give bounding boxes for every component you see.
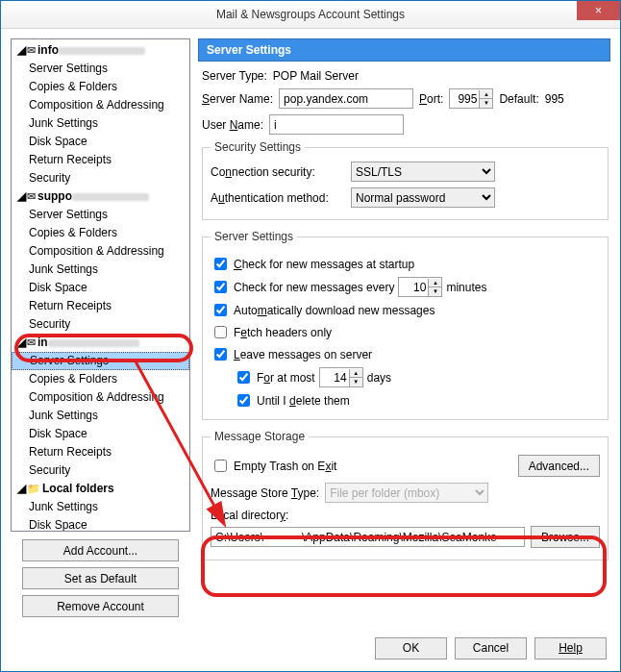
tree-item[interactable]: Security [12,461,189,480]
tree-item[interactable]: Junk Settings [12,407,189,425]
tree-account[interactable]: ◢in [12,334,189,352]
minutes-label: minutes [446,281,486,294]
spin-down-icon[interactable]: ▼ [428,287,441,296]
redacted [59,47,145,55]
tree-item[interactable]: Copies & Folders [12,78,189,96]
tree-item[interactable]: Composition & Addressing [12,388,189,407]
tree-local-folders[interactable]: ◢Local folders [12,480,189,498]
server-settings-group: Server Settings Check for new messages a… [202,230,609,420]
set-default-button[interactable]: Set as Default [22,567,179,589]
fetch-headers-checkbox[interactable] [214,326,227,338]
check-interval-spinner[interactable]: ▲▼ [398,277,442,297]
tree-item[interactable]: Return Receipts [12,297,189,315]
connection-security-label: Connection security: [211,165,345,179]
tree-item[interactable]: Security [12,315,189,334]
tree-item[interactable]: Composition & Addressing [12,242,189,261]
for-at-most-label: For at most [257,371,315,385]
security-legend: Security Settings [211,140,305,154]
main-panel: Server Settings Server Type: POP Mail Se… [198,38,610,625]
check-every-checkbox[interactable] [214,281,227,293]
advanced-button[interactable]: Advanced... [518,455,600,477]
tree-item[interactable]: Copies & Folders [12,224,189,242]
folder-icon [27,482,42,495]
browse-button[interactable]: Browse... [531,526,600,548]
titlebar: Mail & Newsgroups Account Settings × [1,1,620,29]
redacted [72,193,149,201]
leave-server-label: Leave messages on server [234,348,372,361]
spin-up-icon[interactable]: ▲ [479,90,492,99]
default-port-value: 995 [545,92,564,106]
check-startup-label: Check for new messages at startup [234,258,414,271]
mail-icon [27,43,37,57]
ok-button[interactable]: OK [375,637,447,660]
tree-account[interactable]: ◢suppo [12,187,189,206]
dialog-footer: OK Cancel Help [1,625,620,671]
tree-item[interactable]: Disk Space [12,279,189,297]
account-tree[interactable]: ◢info Server Settings Copies & Folders C… [11,38,190,532]
window-title: Mail & Newsgroups Account Settings [216,8,405,21]
local-directory-label: Local directory: [211,509,600,522]
add-account-button[interactable]: Add Account... [22,539,179,561]
until-delete-label: Until I delete them [257,394,350,408]
tree-item[interactable]: Junk Settings [12,114,189,133]
connection-security-select[interactable]: SSL/TLS [351,162,495,182]
port-spinner[interactable]: ▲▼ [449,88,493,109]
days-spinner[interactable]: ▲▼ [319,367,363,387]
tree-item[interactable]: Disk Space [12,133,189,151]
days-input[interactable] [320,368,349,386]
mail-icon [27,189,37,203]
tree-item[interactable]: Server Settings [12,60,189,78]
leave-server-checkbox[interactable] [214,348,227,361]
empty-trash-checkbox[interactable] [214,460,227,472]
mail-icon [27,336,37,349]
tree-item[interactable]: Junk Settings [12,498,189,516]
check-every-label: Check for new messages every [234,281,394,294]
tree-item[interactable]: Return Receipts [12,151,189,169]
fetch-headers-label: Fetch headers only [234,326,332,339]
server-legend: Server Settings [211,230,297,243]
store-type-select: File per folder (mbox) [325,483,488,503]
remove-account-button[interactable]: Remove Account [22,595,179,617]
tree-item[interactable]: Junk Settings [12,261,189,279]
help-button[interactable]: Help [534,637,607,660]
port-input[interactable] [450,89,479,108]
until-delete-checkbox[interactable] [237,394,250,407]
close-icon: × [595,4,602,17]
sidebar: ◢info Server Settings Copies & Folders C… [11,38,190,625]
server-name-label: Server Name: [202,92,273,106]
dialog-window: Mail & Newsgroups Account Settings × ◢in… [0,0,621,672]
check-interval-input[interactable] [399,278,428,296]
auto-download-label: Automatically download new messages [234,304,435,317]
check-startup-checkbox[interactable] [214,258,227,270]
for-at-most-checkbox[interactable] [237,371,250,384]
auth-method-select[interactable]: Normal password [351,187,495,208]
port-label: Port: [419,92,443,106]
tree-item[interactable]: Disk Space [12,425,189,443]
spin-up-icon[interactable]: ▲ [428,279,441,287]
tree-item[interactable]: Return Receipts [12,443,189,461]
panel-title: Server Settings [198,38,610,62]
spin-down-icon[interactable]: ▼ [349,378,362,386]
empty-trash-label: Empty Trash on Exit [234,460,336,473]
local-directory-input[interactable] [211,527,525,547]
default-port-label: Default: [499,92,538,106]
user-name-input[interactable] [269,114,404,135]
tree-item-selected[interactable]: Server Settings [12,352,189,370]
auto-download-checkbox[interactable] [214,304,227,316]
tree-item[interactable]: Composition & Addressing [12,96,189,114]
spin-down-icon[interactable]: ▼ [479,99,492,108]
redacted [48,339,139,347]
server-name-input[interactable] [279,88,413,109]
tree-item[interactable]: Server Settings [12,206,189,224]
cancel-button[interactable]: Cancel [455,637,527,660]
auth-method-label: Authentication method: [211,191,345,205]
tree-item[interactable]: Security [12,169,189,187]
close-button[interactable]: × [577,1,620,20]
tree-account[interactable]: ◢info [12,41,189,60]
storage-legend: Message Storage [211,430,309,443]
days-label: days [367,371,391,385]
tree-item[interactable]: Disk Space [12,516,189,532]
spin-up-icon[interactable]: ▲ [349,369,362,378]
user-name-label: User Name: [202,118,263,132]
tree-item[interactable]: Copies & Folders [12,370,189,388]
